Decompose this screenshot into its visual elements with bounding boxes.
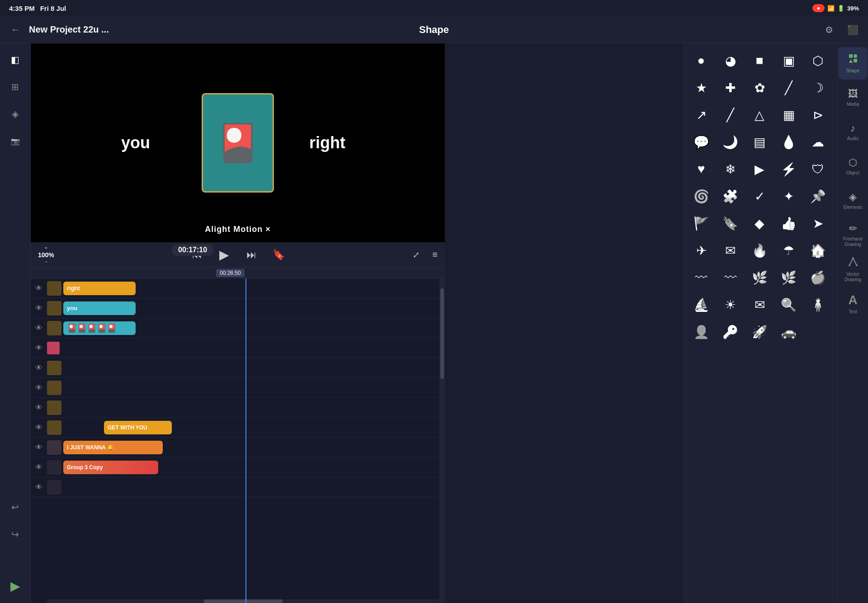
shape-woman[interactable]: 👤 [689,320,713,344]
effects-button[interactable]: ◈ [6,105,24,123]
shape-scroll[interactable]: 〰 [719,266,742,289]
shape-rocket[interactable]: 🚀 [748,320,771,344]
track-visibility-4[interactable]: 👁 [31,338,47,358]
shape-stamp[interactable]: ▤ [748,130,771,154]
shape-spiral[interactable]: 🌀 [689,184,713,208]
zoom-minus[interactable]: − [44,259,47,265]
object-tool-button[interactable]: ⬡ Object [839,150,868,183]
shape-slash[interactable]: ╱ [719,103,742,127]
play-pause-button[interactable]: ▶ [216,247,232,263]
shape-star[interactable]: ★ [689,76,713,99]
shape-rounded-square[interactable]: ▣ [777,49,801,72]
shape-drop[interactable]: 💧 [777,130,801,154]
media-tool-button[interactable]: 🖼 Media [839,81,868,114]
back-button[interactable]: ← [7,22,24,38]
settings-button[interactable]: ⚙ [821,22,837,38]
shape-key[interactable]: 🔑 [719,320,742,344]
shape-arrow-ne[interactable]: ↗ [689,103,713,127]
horizontal-scrollbar[interactable] [47,599,439,603]
track-visibility-10[interactable]: 👁 [31,457,47,477]
clip-get-with-you[interactable]: GET WITH YOU [104,421,172,434]
shape-pie[interactable]: ◕ [719,49,742,72]
shape-flag[interactable]: 🚩 [689,212,713,235]
shape-tool-button[interactable]: Shape [839,47,868,80]
shape-triangle[interactable]: △ [748,103,771,127]
shape-bookmark[interactable]: 🔖 [719,212,742,235]
shape-house[interactable]: 🏠 [806,239,830,262]
grid-button[interactable]: ⊞ [6,78,24,96]
expand-button[interactable]: ⤢ [413,250,420,260]
shape-cloud[interactable]: ☁ [806,130,830,154]
track-visibility-6[interactable]: 👁 [31,378,47,398]
play-main-button[interactable]: ▶ [5,576,25,596]
shape-person[interactable]: 🧍 [806,293,830,316]
export-button[interactable]: ⬛ [844,22,861,38]
shape-banner[interactable]: ⊳ [806,103,830,127]
layers-button[interactable]: ◧ [6,51,24,69]
shape-flower-star[interactable]: ✿ [748,76,771,99]
shape-sailboat[interactable]: ⛵ [689,293,713,316]
shape-cross[interactable]: ✚ [719,76,742,99]
shape-square[interactable]: ■ [748,49,771,72]
video-camera-button[interactable]: 📷 [6,132,24,150]
track-visibility-7[interactable]: 👁 [31,398,47,418]
shape-thumbsup[interactable]: 👍 [777,212,801,235]
shape-snowflake[interactable]: ❄ [719,157,742,181]
shape-moon-thin[interactable]: 🌙 [719,130,742,154]
timeline-scrollbar[interactable] [439,278,445,603]
shape-shield[interactable]: 🛡 [806,157,830,181]
shape-diagonal-line[interactable]: ╱ [777,76,801,99]
zoom-plus[interactable]: + [44,245,47,251]
shape-ribbon[interactable]: 〰 [689,266,713,289]
shape-search[interactable]: 🔍 [777,293,801,316]
track-visibility-9[interactable]: 👁 [31,438,47,457]
track-visibility-11[interactable]: 👁 [31,477,47,497]
shape-laurel-l[interactable]: 🌿 [748,266,771,289]
track-visibility-2[interactable]: 👁 [31,298,47,318]
shape-sparkle[interactable]: ✦ [777,184,801,208]
shape-speech[interactable]: 💬 [689,130,713,154]
shape-envelope[interactable]: ✉ [748,293,771,316]
shape-laurel-r[interactable]: 🌿 [777,266,801,289]
shape-lightning[interactable]: ⚡ [777,157,801,181]
shape-check[interactable]: ✓ [748,184,771,208]
track-visibility-3[interactable]: 👁 [31,318,47,338]
shape-torn-rect[interactable]: ▦ [777,103,801,127]
clip-you[interactable]: you [63,302,136,315]
track-visibility-1[interactable]: 👁 [31,278,47,298]
shape-play-arrow[interactable]: ▶ [748,157,771,181]
clip-group-3-copy[interactable]: Group 3 Copy [63,461,158,474]
shape-flame[interactable]: 🔥 [748,239,771,262]
bookmark-button[interactable]: 🔖 [270,247,287,263]
scroll-thumb[interactable] [440,288,444,379]
track-visibility-5[interactable]: 👁 [31,358,47,378]
track-visibility-8[interactable]: 👁 [31,418,47,438]
vector-tool-button[interactable]: Vector Drawing [839,253,868,286]
shape-sun[interactable]: ☀ [719,293,742,316]
clip-i-just-wanna[interactable]: I JUST WANNA 🔔 [63,441,163,454]
adjust-button[interactable]: ≡ [432,250,438,260]
clip-chars[interactable]: 🎴🎴🎴🎴🎴 [63,321,136,335]
text-tool-button[interactable]: A Text [839,287,868,320]
shape-pin[interactable]: 📌 [806,184,830,208]
undo-button[interactable]: ↩ [11,502,19,513]
shape-umbrella[interactable]: ☂ [777,239,801,262]
clip-right[interactable]: right [63,282,136,295]
shape-hexagon[interactable]: ⬡ [806,49,830,72]
shape-plane[interactable]: ✈ [689,239,713,262]
h-scroll-thumb[interactable] [204,599,283,603]
skip-end-button[interactable]: ⏭ [243,247,259,263]
shape-heart[interactable]: ♥ [689,157,713,181]
freehand-tool-button[interactable]: ✏ Freehand Drawing [839,219,868,251]
shape-cursor[interactable]: ➤ [806,212,830,235]
shape-crescent[interactable]: ☽ [806,76,830,99]
redo-button[interactable]: ↪ [11,529,19,540]
shape-apple-shape[interactable]: 🍎 [806,266,830,289]
elements-tool-button[interactable]: ◈ Elements [839,184,868,217]
shape-car[interactable]: 🚗 [777,320,801,344]
audio-tool-button[interactable]: ♪ Audio [839,116,868,148]
shape-puzzle[interactable]: 🧩 [719,184,742,208]
shape-circle[interactable]: ● [689,49,713,72]
shape-paper-plane[interactable]: ✉ [719,239,742,262]
shape-diamond[interactable]: ◆ [748,212,771,235]
